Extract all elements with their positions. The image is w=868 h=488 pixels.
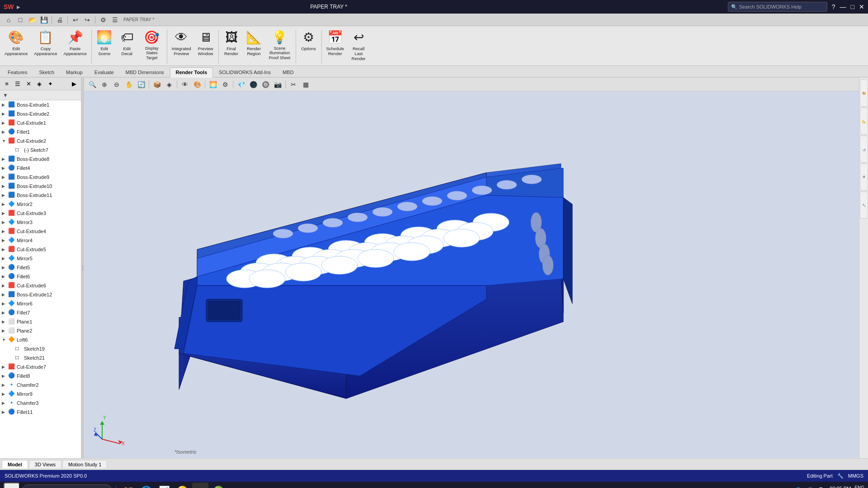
schedule-render-btn[interactable]: 📅 Schedule Render xyxy=(324,28,347,62)
tree-item[interactable]: ▶ ⬜ Plane1 xyxy=(0,317,81,326)
view-orient-btn[interactable]: 📦 xyxy=(151,79,162,90)
tree-item[interactable]: ▶ 🔷 Mirror2 xyxy=(0,200,81,209)
perspective-btn[interactable]: 📷 xyxy=(272,79,283,90)
tree-item[interactable]: □ (-) Sketch7 xyxy=(0,145,81,155)
tree-expand-icon[interactable]: ▼ xyxy=(2,338,8,342)
tree-item[interactable]: ▼ 🔶 Loft6 xyxy=(0,335,81,344)
tab-sw-addins[interactable]: SOLIDWORKS Add-Ins xyxy=(213,67,277,77)
tab-markup[interactable]: Markup xyxy=(60,67,89,77)
section-view-btn[interactable]: ✂ xyxy=(288,79,299,90)
tree-item[interactable]: ▶ 🟥 Cut-Extrude3 xyxy=(0,209,81,218)
panel-arrow-btn[interactable]: ▶ xyxy=(69,79,79,89)
taskbar-app-chrome[interactable]: 🟡 xyxy=(174,483,190,488)
tree-item[interactable]: ▶ 🟥 Cut-Extrude1 xyxy=(0,118,81,127)
tree-item[interactable]: ▶ 🟦 Boss-Extrude11 xyxy=(0,191,81,200)
tree-expand-icon[interactable]: ▶ xyxy=(2,265,8,270)
tree-expand-icon[interactable]: ▶ xyxy=(2,130,8,134)
tree-expand-icon[interactable]: ▶ xyxy=(2,383,8,387)
tree-item[interactable]: ▶ 🔹 Chamfer3 xyxy=(0,399,81,408)
taskbar-app-capture[interactable]: ✂ xyxy=(228,483,245,488)
scene-vt-btn[interactable]: 🌅 xyxy=(208,79,218,90)
tree-expand-icon[interactable]: ▶ xyxy=(2,310,8,315)
tree-expand-icon[interactable]: ▶ xyxy=(2,103,8,107)
tree-item[interactable]: ▶ 🟥 Cut-Extrude5 xyxy=(0,245,81,254)
tree-item[interactable]: ▶ 🟦 Boss-Extrude1 xyxy=(0,100,81,109)
taskbar-app-chrome2[interactable]: 🟢 xyxy=(210,483,226,488)
new-btn[interactable]: □ xyxy=(15,15,25,25)
tree-item[interactable]: ▶ 🔷 Mirror4 xyxy=(0,236,81,245)
pan-btn[interactable]: ✋ xyxy=(123,79,134,90)
tree-expand-icon[interactable]: ▶ xyxy=(2,283,8,288)
tree-expand-icon[interactable]: ▶ xyxy=(2,274,8,279)
tree-item[interactable]: ▶ 🔵 Fillet1 xyxy=(0,127,81,136)
panel-menu-btn[interactable]: ≡ xyxy=(2,79,12,89)
tree-item[interactable]: ▶ 🟦 Boss-Extrude2 xyxy=(0,109,81,118)
tree-expand-icon[interactable]: ▼ xyxy=(2,139,8,143)
display-states-target-btn[interactable]: 🎯 Display States Target xyxy=(139,28,165,62)
edit-scene-btn[interactable]: 🌅 Edit Scene xyxy=(94,28,115,62)
print-btn[interactable]: 🖨 xyxy=(55,15,65,25)
tree-expand-icon[interactable]: ▶ xyxy=(2,301,8,306)
tree-item[interactable]: ▶ 🔵 Fillet5 xyxy=(0,263,81,272)
tree-item[interactable]: ▶ 🔵 Fillet8 xyxy=(0,371,81,380)
taskbar-app-sw[interactable]: SW xyxy=(192,483,208,488)
tree-expand-icon[interactable]: ▶ xyxy=(2,175,8,179)
tab-sketch[interactable]: Sketch xyxy=(33,67,60,77)
tree-item[interactable]: ▶ 🟥 Cut-Extrude7 xyxy=(0,362,81,371)
recall-last-render-btn[interactable]: ↩ Recall Last Render xyxy=(348,28,369,62)
tree-item[interactable]: ▶ 🔵 Fillet11 xyxy=(0,408,81,417)
panel-pin-btn[interactable]: ◈ xyxy=(34,79,44,89)
tree-item[interactable]: ▶ 🔷 Mirror9 xyxy=(0,389,81,399)
display-style-btn[interactable]: ◈ xyxy=(164,79,175,90)
3d-view-area[interactable]: X Y Z *Isometric xyxy=(84,91,859,458)
edit-appearance-btn[interactable]: 🎨 Edit Appearance xyxy=(2,28,30,62)
taskbar-app-explorer[interactable]: 📁 xyxy=(120,483,136,488)
hide-show-btn[interactable]: 👁 xyxy=(179,79,190,90)
tab-evaluate[interactable]: Evaluate xyxy=(89,67,120,77)
tree-item[interactable]: □ Sketch21 xyxy=(0,353,81,362)
tab-model[interactable]: Model xyxy=(2,460,28,469)
right-panel-btn5[interactable]: 🔧 xyxy=(860,192,868,219)
tree-expand-icon[interactable]: ▶ xyxy=(2,319,8,324)
home-btn[interactable]: ⌂ xyxy=(4,15,14,25)
minimize-btn[interactable]: — xyxy=(840,3,846,10)
tab-mbd[interactable]: MBD xyxy=(277,67,299,77)
tree-item[interactable]: ▶ 🔷 Mirror6 xyxy=(0,299,81,308)
tree-expand-icon[interactable]: ▶ xyxy=(2,157,8,161)
tree-expand-icon[interactable]: ▶ xyxy=(2,238,8,243)
tree-expand-icon[interactable]: ▶ xyxy=(2,166,8,170)
tree-item[interactable]: □ Sketch19 xyxy=(0,344,81,353)
tree-item[interactable]: ▶ 🟦 Boss-Extrude10 xyxy=(0,182,81,191)
right-panel-btn1[interactable]: 🎨 xyxy=(860,80,868,107)
tree-expand-icon[interactable]: ▶ xyxy=(2,328,8,333)
zoom-to-fit-btn[interactable]: 🔍 xyxy=(87,79,98,90)
search-box[interactable]: 🔍 Search SOLIDWORKS Help xyxy=(728,2,827,12)
right-panel-btn3[interactable]: 📊 xyxy=(860,136,868,163)
options-btn[interactable]: ☰ xyxy=(110,15,120,25)
tree-item[interactable]: ▶ 🔵 Fillet6 xyxy=(0,272,81,281)
tree-expand-icon[interactable]: ▶ xyxy=(2,112,8,116)
rotate-btn[interactable]: 🔄 xyxy=(136,79,146,90)
tree-item[interactable]: ▶ 🔵 Fillet4 xyxy=(0,164,81,173)
final-render-btn[interactable]: 🖼 Final Render xyxy=(221,28,242,62)
zoom-out-btn[interactable]: ⊖ xyxy=(111,79,122,90)
panel-list-btn[interactable]: ☰ xyxy=(13,79,23,89)
edit-decal-btn[interactable]: 🏷 Edit Decal xyxy=(116,28,138,62)
tree-expand-icon[interactable]: ▶ xyxy=(2,410,8,414)
tree-item[interactable]: ▶ 🔵 Fillet7 xyxy=(0,308,81,317)
start-button[interactable]: ⊞ xyxy=(4,483,20,488)
tree-item[interactable]: ▶ 🔷 Mirror3 xyxy=(0,218,81,227)
tab-motion-study[interactable]: Motion Study 1 xyxy=(62,460,107,469)
help-icon[interactable]: ? xyxy=(832,3,835,10)
tree-expand-icon[interactable]: ▶ xyxy=(2,184,8,188)
tree-expand-icon[interactable]: ▶ xyxy=(2,365,8,369)
tree-expand-icon[interactable]: ▶ xyxy=(2,392,8,396)
taskbar-app-browser[interactable]: 🌐 xyxy=(138,483,154,488)
tab-render-tools[interactable]: Render Tools xyxy=(170,67,213,78)
viewport[interactable]: 🔍 ⊕ ⊖ ✋ 🔄 📦 ◈ 👁 🎨 🌅 ⚙ 💎 🌑 🔘 📷 ✂ ▦ xyxy=(84,78,859,458)
realview-btn[interactable]: 💎 xyxy=(236,79,246,90)
appearance-vt-btn[interactable]: 🎨 xyxy=(192,79,203,90)
paste-appearance-btn[interactable]: 📌 Paste Appearance xyxy=(61,28,89,62)
panel-star-btn[interactable]: ✦ xyxy=(45,79,55,89)
rebuild-btn[interactable]: ⚙ xyxy=(98,15,108,25)
